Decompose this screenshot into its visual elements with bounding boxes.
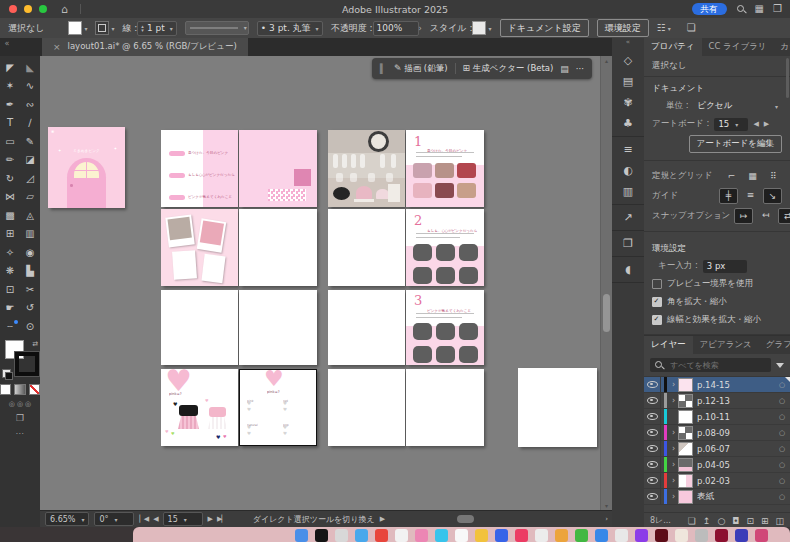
slice-tool[interactable]: ✂ bbox=[21, 281, 39, 298]
artboard-count-field[interactable]: 15▾ bbox=[714, 118, 748, 131]
last-artboard-button[interactable]: ▶▏ bbox=[217, 515, 226, 523]
layer-name[interactable]: p.04-05 bbox=[697, 460, 774, 470]
search-icon[interactable] bbox=[736, 4, 746, 14]
layer-row[interactable]: › p.02-03 ○ bbox=[644, 473, 790, 489]
fill-caret-icon[interactable]: ▾ bbox=[84, 25, 87, 32]
share-button[interactable]: 共有 bbox=[692, 3, 727, 15]
checkbox-icon[interactable] bbox=[652, 315, 662, 325]
align-options-icon[interactable]: ☷ bbox=[657, 23, 666, 33]
scroll-right-icon[interactable]: › bbox=[605, 515, 607, 523]
preferences-button[interactable]: 環境設定 bbox=[597, 19, 649, 37]
draw-behind-icon[interactable]: ◎ bbox=[17, 400, 23, 408]
horizontal-scrollbar[interactable] bbox=[389, 514, 600, 524]
color-button[interactable] bbox=[0, 384, 11, 395]
edit-artboards-button[interactable]: アートボードを編集 bbox=[689, 135, 783, 153]
layer-row[interactable]: › p.12-13 ○ bbox=[644, 393, 790, 409]
vertical-scrollbar[interactable]: ▴ ▾ bbox=[600, 56, 612, 510]
gradient-button[interactable] bbox=[14, 384, 25, 395]
prev-artboard-icon[interactable]: ◀ bbox=[753, 120, 758, 128]
document-info-panel-icon[interactable]: ◖ bbox=[612, 259, 644, 280]
scroll-down-icon[interactable]: ▾ bbox=[601, 502, 612, 509]
toolbar-collapse-icon[interactable]: « bbox=[0, 38, 14, 56]
layer-name[interactable]: p.08-09 bbox=[697, 428, 774, 438]
next-artboard-icon[interactable]: ▶ bbox=[764, 120, 769, 128]
delete-layer-icon[interactable]: ◫ bbox=[775, 516, 784, 526]
panel-scrollbar[interactable] bbox=[786, 58, 789, 98]
dock-app-icon[interactable] bbox=[575, 529, 588, 542]
magic-wand-tool[interactable]: ✶ bbox=[1, 77, 19, 94]
expand-arrow-icon[interactable]: › bbox=[669, 428, 678, 437]
dock-app-icon[interactable] bbox=[755, 529, 768, 542]
shape-builder-tool[interactable]: ▩ bbox=[1, 207, 19, 224]
search-input[interactable] bbox=[668, 360, 767, 371]
layer-name[interactable]: p.02-03 bbox=[697, 476, 774, 486]
export-panel-icon[interactable]: ↗ bbox=[612, 207, 644, 228]
scale-tool[interactable]: ◿ bbox=[21, 170, 39, 187]
new-sublayer-icon[interactable]: ⊡ bbox=[746, 516, 754, 526]
artboard-p16-blank[interactable] bbox=[328, 369, 405, 446]
prev-artboard-button[interactable]: ◀ bbox=[153, 515, 157, 523]
transparency-panel-icon[interactable]: ▥ bbox=[612, 181, 644, 202]
tab-layers[interactable]: レイヤー bbox=[644, 336, 693, 354]
visibility-toggle[interactable] bbox=[644, 489, 661, 504]
rotate-view-tool[interactable]: ↺ bbox=[21, 299, 39, 316]
target-circle-icon[interactable]: ○ bbox=[774, 381, 790, 389]
dock-app-icon[interactable] bbox=[595, 529, 608, 542]
layer-name[interactable]: 表紙 bbox=[697, 491, 774, 503]
taskbar-more-button[interactable]: ··· bbox=[576, 64, 584, 74]
artboard-p13-lessons[interactable]: 3 ピンクが教えてくれたこと bbox=[406, 290, 484, 365]
stroke-panel-icon[interactable]: ≡ bbox=[612, 139, 644, 160]
dock-app-icon[interactable] bbox=[395, 529, 408, 542]
artboard-p17-blank[interactable] bbox=[406, 369, 484, 446]
style-swatch[interactable] bbox=[472, 21, 486, 35]
stroke-width-field[interactable]: ▴▾ 1 pt ▾ bbox=[137, 21, 176, 36]
artboard-p14-outfits[interactable]: pink=? bbox=[161, 369, 238, 446]
show-guides-icon[interactable]: ╪ bbox=[719, 188, 738, 204]
direct-selection-tool[interactable]: ◣ bbox=[21, 59, 39, 76]
layer-name[interactable]: p.12-13 bbox=[697, 396, 774, 406]
dock-app-icon[interactable] bbox=[675, 529, 688, 542]
dock-app-icon[interactable] bbox=[535, 529, 548, 542]
unit-dropdown[interactable]: ピクセル▾ bbox=[694, 99, 782, 113]
lasso-tool[interactable]: ∿ bbox=[21, 77, 39, 94]
dock-app-icon[interactable] bbox=[695, 529, 708, 542]
document-tab[interactable]: × layout01.ai* @ 6.65 % (RGB/プレビュー) bbox=[42, 38, 248, 56]
layer-row[interactable]: › p.06-07 ○ bbox=[644, 441, 790, 457]
target-circle-icon[interactable]: ○ bbox=[774, 461, 790, 469]
width-tool[interactable]: ⋈ bbox=[1, 188, 19, 205]
image-options-icon[interactable]: ▤ bbox=[560, 64, 569, 74]
expand-arrow-icon[interactable]: › bbox=[669, 460, 678, 469]
paintbrush-tool[interactable]: ✎ bbox=[21, 133, 39, 150]
smart-guides-icon[interactable]: ↘ bbox=[763, 188, 782, 204]
gradient-tool[interactable]: ▥ bbox=[21, 225, 39, 242]
visibility-toggle[interactable] bbox=[644, 425, 661, 440]
column-graph-tool[interactable]: ▙ bbox=[21, 262, 39, 279]
tab-color[interactable]: カラー bbox=[774, 38, 790, 56]
target-circle-icon[interactable]: ○ bbox=[774, 445, 790, 453]
brush-dropdown[interactable]: • 3 pt. 丸筆 ▾ bbox=[257, 21, 323, 36]
preference-checkbox-row[interactable]: 線幅と効果を拡大・縮小 bbox=[644, 311, 790, 329]
dock-app-icon[interactable] bbox=[315, 529, 328, 542]
layers-search-box[interactable] bbox=[650, 358, 771, 372]
locate-object-icon[interactable]: ○ bbox=[717, 516, 725, 526]
dock-app-icon[interactable] bbox=[635, 529, 648, 542]
new-layer-icon[interactable]: ⊞ bbox=[761, 516, 769, 526]
next-artboard-button[interactable]: ▶ bbox=[208, 515, 212, 523]
first-artboard-button[interactable]: ▏◀ bbox=[139, 515, 148, 523]
expand-arrow-icon[interactable]: › bbox=[669, 444, 678, 453]
preference-checkbox-row[interactable]: プレビュー境界を使用 bbox=[644, 275, 790, 293]
target-circle-icon[interactable]: ○ bbox=[774, 429, 790, 437]
artboard-nav-field[interactable]: 15▾ bbox=[163, 512, 203, 526]
export-selection-icon[interactable]: ↥ bbox=[703, 516, 711, 526]
expand-arrow-icon[interactable]: › bbox=[669, 380, 678, 389]
mesh-tool[interactable]: ⊞ bbox=[1, 225, 19, 242]
key-input-field[interactable]: 3 px bbox=[703, 260, 747, 273]
workspace-switcher-icon[interactable]: ❐ bbox=[773, 4, 782, 14]
layer-row[interactable]: › p.04-05 ○ bbox=[644, 457, 790, 473]
artboard-p10-blank[interactable] bbox=[161, 290, 238, 365]
screen-mode-icon[interactable]: ❐ bbox=[0, 413, 40, 423]
type-tool[interactable]: T bbox=[1, 114, 19, 131]
make-clip-mask-icon[interactable]: ◘ bbox=[732, 516, 739, 526]
threed-materials-panel-icon[interactable]: ◇ bbox=[612, 50, 644, 71]
artboard-p04-photo[interactable] bbox=[328, 130, 405, 207]
